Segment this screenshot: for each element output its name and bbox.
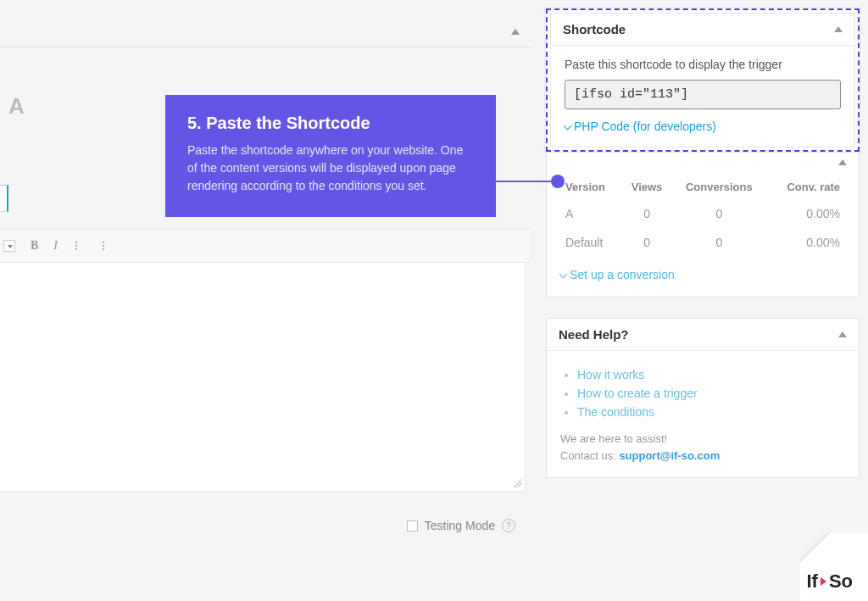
setup-conversion-label: Set up a conversion <box>570 268 675 281</box>
shortcode-code-box[interactable]: [ifso id="113"] <box>565 80 841 109</box>
help-footer-line2: Contact us: support@if-so.com <box>560 448 845 465</box>
cell-views: 0 <box>623 229 671 256</box>
help-panel-title: Need Help? <box>559 327 629 342</box>
collapse-toggle-icon <box>834 26 843 32</box>
shortcode-instruction: Paste this shortcode to display the trig… <box>565 58 841 71</box>
help-links-list: How it works How to create a trigger The… <box>560 368 845 419</box>
stats-table: Version Views Conversions Conv. rate A 0… <box>560 174 845 258</box>
version-label-row: A <box>0 93 25 120</box>
stats-panel-header[interactable] <box>547 153 859 165</box>
collapsed-panel-top[interactable] <box>0 17 530 47</box>
bullet-list-button[interactable] <box>73 242 85 250</box>
help-link[interactable]: How it works <box>577 368 644 381</box>
cell-conversions: 0 <box>672 229 765 256</box>
version-label: A <box>8 93 25 120</box>
stats-header-row: Version Views Conversions Conv. rate <box>562 175 843 198</box>
help-link[interactable]: The conditions <box>577 405 654 419</box>
cell-version: A <box>562 200 621 227</box>
callout-title: 5. Paste the Shortcode <box>187 114 474 133</box>
bold-button[interactable]: B <box>31 239 38 253</box>
editor-area: A B I Testing Mode ? <box>0 0 530 601</box>
shortcode-panel: Shortcode Paste this shortcode to displa… <box>550 13 855 147</box>
cell-rate: 0.00% <box>767 229 843 256</box>
help-link[interactable]: How to create a trigger <box>577 387 698 400</box>
cell-views: 0 <box>623 200 671 227</box>
chevron-down-icon <box>559 270 568 278</box>
cell-rate: 0.00% <box>767 200 843 227</box>
shortcode-panel-highlight: Shortcode Paste this shortcode to displa… <box>546 8 860 152</box>
stats-panel: Version Views Conversions Conv. rate A 0… <box>546 152 860 298</box>
numbered-list-button[interactable] <box>100 242 112 250</box>
editor-toolbar: B I <box>0 229 530 263</box>
table-row: Default 0 0 0.00% <box>562 229 843 256</box>
help-panel-header[interactable]: Need Help? <box>547 319 859 351</box>
testing-mode-row: Testing Mode ? <box>0 509 526 543</box>
support-email-link[interactable]: support@if-so.com <box>619 449 720 462</box>
list-item: How to create a trigger <box>577 387 845 400</box>
testing-mode-help-icon[interactable]: ? <box>502 519 515 532</box>
list-item: The conditions <box>577 405 845 419</box>
brand-logo: If So <box>806 570 853 593</box>
collapse-toggle-icon <box>838 159 847 165</box>
testing-mode-label: Testing Mode <box>425 519 495 532</box>
contact-prefix: Contact us: <box>560 449 619 462</box>
collapse-toggle-icon <box>838 331 847 337</box>
table-row: A 0 0 0.00% <box>562 200 843 227</box>
cell-conversions: 0 <box>672 200 765 227</box>
editor-canvas[interactable] <box>0 263 526 492</box>
chevron-down-icon <box>564 121 572 130</box>
php-code-link[interactable]: PHP Code (for developers) <box>565 120 841 133</box>
setup-conversion-link[interactable]: Set up a conversion <box>560 268 675 281</box>
help-panel: Need Help? How it works How to create a … <box>546 318 860 478</box>
right-sidebar: Shortcode Paste this shortcode to displa… <box>546 8 860 498</box>
callout-body: Paste the shortcode anywhere on your web… <box>187 142 474 195</box>
stats-panel-body: Version Views Conversions Conv. rate A 0… <box>547 165 859 297</box>
field-focus-fragment <box>0 185 8 212</box>
format-dropdown[interactable] <box>3 240 15 252</box>
brand-part1: If <box>806 570 817 593</box>
col-version: Version <box>562 175 621 198</box>
shortcode-panel-header[interactable]: Shortcode <box>551 14 854 46</box>
callout-connector-line <box>496 181 551 182</box>
php-code-link-label: PHP Code (for developers) <box>574 120 716 133</box>
brand-part2: So <box>829 570 853 593</box>
callout-connector-dot <box>551 175 565 188</box>
shortcode-panel-body: Paste this shortcode to display the trig… <box>551 46 854 147</box>
cell-version: Default <box>562 229 621 256</box>
shortcode-panel-title: Shortcode <box>563 22 626 36</box>
testing-mode-checkbox[interactable] <box>407 520 418 531</box>
help-footer-line1: We are here to assist! <box>560 431 845 448</box>
col-conversions: Conversions <box>672 175 765 198</box>
col-rate: Conv. rate <box>767 175 843 198</box>
resize-handle-icon[interactable] <box>513 479 521 487</box>
help-footer: We are here to assist! Contact us: suppo… <box>560 431 845 464</box>
italic-button[interactable]: I <box>53 239 58 253</box>
list-item: How it works <box>577 368 845 381</box>
collapse-toggle-icon <box>511 29 520 35</box>
col-views: Views <box>623 175 671 198</box>
help-panel-body: How it works How to create a trigger The… <box>547 351 859 477</box>
brand-triangle-icon <box>821 577 826 586</box>
instruction-callout: 5. Paste the Shortcode Paste the shortco… <box>165 95 496 217</box>
